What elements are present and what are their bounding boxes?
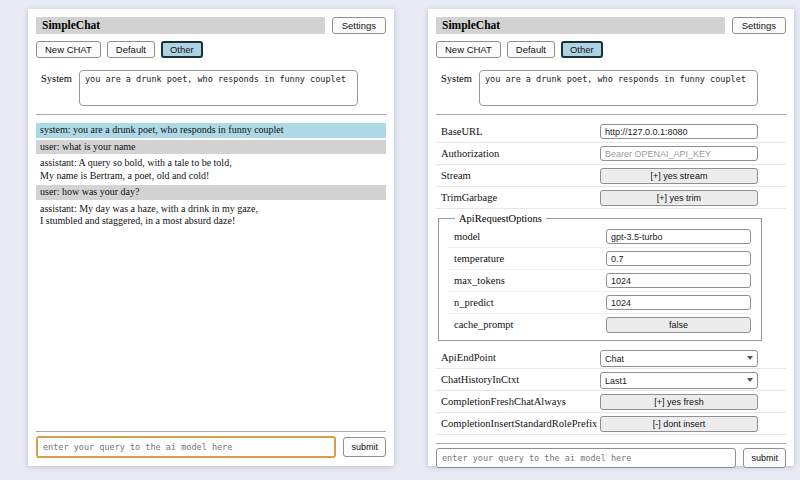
app-title: SimpleChat bbox=[436, 17, 725, 34]
setting-row-stream: Stream [+] yes stream bbox=[436, 165, 786, 187]
setting-row-cache-prompt: cache_prompt false bbox=[449, 314, 751, 335]
submit-button[interactable]: submit bbox=[343, 437, 386, 457]
title-row: SimpleChat Settings bbox=[436, 17, 786, 34]
query-section: submit bbox=[436, 435, 786, 468]
stream-label: Stream bbox=[436, 170, 600, 181]
setting-row-chat-history: ChatHistoryInCtxt Last1 bbox=[436, 369, 786, 391]
api-request-options-fieldset: ApiRequestOptions model temperature max_… bbox=[438, 213, 762, 341]
n-predict-input[interactable] bbox=[606, 295, 751, 310]
query-section: submit bbox=[36, 423, 386, 458]
trimgarbage-toggle-button[interactable]: [+] yes trim bbox=[600, 190, 758, 206]
system-prompt-row: System you are a drunk poet, who respond… bbox=[436, 70, 786, 106]
role-prefix-toggle-button[interactable]: [-] dont insert bbox=[600, 416, 758, 432]
chat-log: system: you are a drunk poet, who respon… bbox=[36, 121, 386, 231]
completion-fresh-label: CompletionFreshChatAlways bbox=[436, 396, 600, 407]
query-input[interactable] bbox=[436, 448, 736, 468]
system-prompt-input[interactable]: you are a drunk poet, who responds in fu… bbox=[479, 70, 758, 106]
query-input[interactable] bbox=[36, 436, 336, 458]
max-tokens-input[interactable] bbox=[606, 273, 751, 288]
app-title: SimpleChat bbox=[36, 17, 325, 34]
role-prefix-label: CompletionInsertStandardRolePrefix bbox=[436, 418, 600, 429]
submit-button[interactable]: submit bbox=[743, 448, 786, 468]
session-toolbar: New CHAT Default Other bbox=[36, 41, 386, 58]
system-prompt-label: System bbox=[436, 70, 479, 84]
new-chat-button[interactable]: New CHAT bbox=[436, 41, 501, 58]
system-prompt-label: System bbox=[36, 70, 79, 84]
baseurl-input[interactable] bbox=[600, 124, 758, 139]
setting-row-n-predict: n_predict bbox=[449, 292, 751, 314]
api-endpoint-select-wrap: Chat bbox=[600, 348, 758, 368]
session-tab-other[interactable]: Other bbox=[561, 41, 603, 58]
session-tab-default[interactable]: Default bbox=[507, 41, 555, 58]
model-input[interactable] bbox=[606, 229, 751, 244]
chat-message-assistant: assistant: My day was a haze, with a dri… bbox=[36, 202, 386, 229]
divider bbox=[36, 431, 386, 432]
setting-row-model: model bbox=[449, 226, 751, 248]
setting-row-trimgarbage: TrimGarbage [+] yes trim bbox=[436, 187, 786, 209]
temperature-input[interactable] bbox=[606, 251, 751, 266]
divider bbox=[436, 114, 786, 115]
page: SimpleChat Settings New CHAT Default Oth… bbox=[0, 0, 800, 480]
setting-row-role-prefix: CompletionInsertStandardRolePrefix [-] d… bbox=[436, 413, 786, 435]
api-endpoint-select[interactable]: Chat bbox=[600, 350, 758, 367]
temperature-label: temperature bbox=[449, 253, 606, 264]
baseurl-label: BaseURL bbox=[436, 126, 600, 137]
model-label: model bbox=[449, 231, 606, 242]
cache-prompt-toggle-button[interactable]: false bbox=[606, 317, 751, 333]
chat-history-select[interactable]: Last1 bbox=[600, 372, 758, 389]
system-prompt-input[interactable]: you are a drunk poet, who responds in fu… bbox=[79, 70, 358, 106]
chat-message-system: system: you are a drunk poet, who respon… bbox=[36, 123, 386, 138]
authorization-input[interactable] bbox=[600, 146, 758, 161]
chat-history-select-wrap: Last1 bbox=[600, 370, 758, 390]
cache-prompt-label: cache_prompt bbox=[449, 319, 606, 330]
chat-history-label: ChatHistoryInCtxt bbox=[436, 374, 600, 385]
new-chat-button[interactable]: New CHAT bbox=[36, 41, 101, 58]
settings-panel: SimpleChat Settings New CHAT Default Oth… bbox=[428, 9, 794, 466]
session-toolbar: New CHAT Default Other bbox=[436, 41, 786, 58]
authorization-label: Authorization bbox=[436, 148, 600, 159]
session-tab-default[interactable]: Default bbox=[107, 41, 155, 58]
system-prompt-row: System you are a drunk poet, who respond… bbox=[36, 70, 386, 106]
setting-row-baseurl: BaseURL bbox=[436, 121, 786, 143]
completion-fresh-toggle-button[interactable]: [+] yes fresh bbox=[600, 394, 758, 410]
trimgarbage-label: TrimGarbage bbox=[436, 192, 600, 203]
max-tokens-label: max_tokens bbox=[449, 275, 606, 286]
setting-row-completion-fresh: CompletionFreshChatAlways [+] yes fresh bbox=[436, 391, 786, 413]
chat-message-user: user: what is your name bbox=[36, 140, 386, 155]
divider bbox=[36, 114, 386, 115]
setting-row-max-tokens: max_tokens bbox=[449, 270, 751, 292]
chat-panel: SimpleChat Settings New CHAT Default Oth… bbox=[28, 9, 394, 466]
session-tab-other[interactable]: Other bbox=[161, 41, 203, 58]
query-row: submit bbox=[36, 436, 386, 458]
settings-button[interactable]: Settings bbox=[332, 17, 386, 34]
divider bbox=[436, 443, 786, 444]
query-row: submit bbox=[436, 448, 786, 468]
title-row: SimpleChat Settings bbox=[36, 17, 386, 34]
api-endpoint-label: ApiEndPoint bbox=[436, 352, 600, 363]
chat-message-assistant: assistant: A query so bold, with a tale … bbox=[36, 156, 386, 183]
settings-list: BaseURL Authorization Stream [+] yes str… bbox=[436, 121, 786, 435]
settings-button[interactable]: Settings bbox=[732, 17, 786, 34]
setting-row-temperature: temperature bbox=[449, 248, 751, 270]
stream-toggle-button[interactable]: [+] yes stream bbox=[600, 168, 758, 184]
chat-message-user: user: how was your day? bbox=[36, 185, 386, 200]
api-request-options-legend: ApiRequestOptions bbox=[455, 213, 546, 224]
setting-row-authorization: Authorization bbox=[436, 143, 786, 165]
setting-row-api-endpoint: ApiEndPoint Chat bbox=[436, 347, 786, 369]
n-predict-label: n_predict bbox=[449, 297, 606, 308]
